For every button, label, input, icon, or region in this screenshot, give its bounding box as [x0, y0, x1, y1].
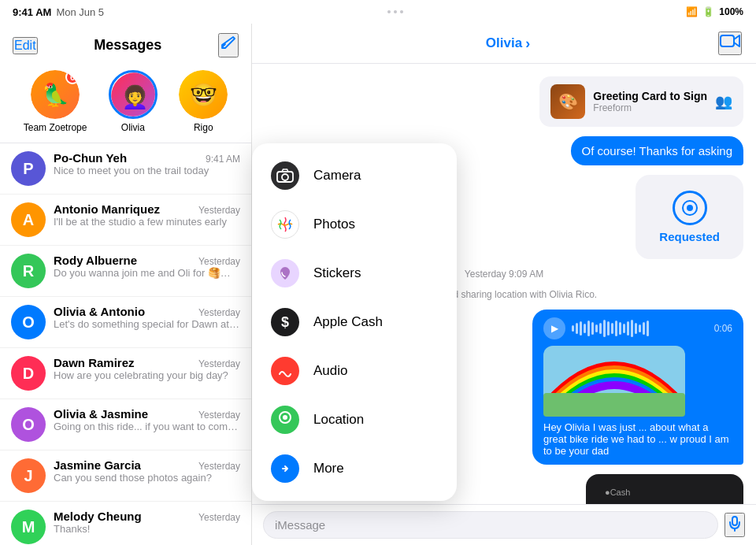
input-placeholder: iMessage [275, 518, 325, 532]
message-list-item[interactable]: A Antonio Manriquez Yesterday I'll be at… [0, 195, 251, 246]
apple-cash-logo: ●Cash [605, 487, 630, 498]
status-bar-left: 9:41 AM Mon Jun 5 [13, 6, 104, 18]
message-list-item[interactable]: J Jasmine Garcia Yesterday Can you send … [0, 450, 251, 502]
sidebar-header: Edit Messages [0, 24, 251, 64]
msg-time: Yesterday [198, 256, 240, 267]
pinned-item-rigo[interactable]: 🤓 Rigo [179, 70, 228, 133]
svg-point-16 [277, 217, 293, 232]
status-bar: 9:41 AM Mon Jun 5 📶 🔋 100% [0, 0, 756, 24]
greeting-card-subtitle: Freeform [593, 102, 707, 113]
compose-button[interactable] [218, 33, 239, 57]
msg-name: Melody Cheung [54, 510, 142, 523]
app-picker-photos[interactable]: Photos [252, 200, 457, 249]
msg-preview: Do you wanna join me and Oli for 🥞🐻 brea… [54, 267, 240, 279]
msg-preview: Can you send those photos again? [54, 472, 240, 484]
message-list-item[interactable]: O Olivia & Antonio Yesterday Let's do so… [0, 297, 251, 348]
edit-button[interactable]: Edit [13, 37, 38, 54]
msg-name: Antonio Manriquez [54, 202, 160, 216]
input-bar: iMessage [252, 504, 756, 545]
msg-avatar: R [11, 254, 46, 288]
msg-time: Yesterday [198, 461, 240, 472]
badge-team-zoetrope: 6 [65, 70, 80, 84]
audio-icon [271, 357, 299, 385]
svg-rect-5 [543, 393, 685, 417]
audio-label: Audio [313, 363, 347, 379]
requested-label: Requested [659, 230, 720, 243]
chat-title[interactable]: Olivia › [486, 35, 530, 52]
message-list-item[interactable]: R Rody Albuerne Yesterday Do you wanna j… [0, 246, 251, 297]
message-list-item[interactable]: P Po-Chun Yeh 9:41 AM Nice to meet you o… [0, 143, 251, 195]
msg-name: Dawn Ramirez [54, 356, 135, 369]
audio-rainbow-bubble: ▶ [532, 310, 743, 465]
more-icon [271, 454, 299, 483]
location-icon [271, 406, 299, 434]
requested-card: Requested [636, 175, 743, 259]
stickers-icon [271, 259, 299, 287]
message-list: P Po-Chun Yeh 9:41 AM Nice to meet you o… [0, 143, 251, 545]
sidebar-title: Messages [94, 37, 161, 54]
msg-avatar: M [11, 510, 46, 544]
wifi-icon: 📶 [686, 6, 698, 17]
svg-point-2 [687, 205, 693, 211]
msg-time: Yesterday [198, 410, 240, 421]
avatar-olivia: 👩‍🦱 [109, 70, 158, 119]
chat-panel: Olivia › 🎨 Greeting Card to Sign Freefor… [252, 24, 756, 545]
photos-icon [271, 210, 299, 239]
sent-bubble: Of course! Thanks for asking [571, 136, 743, 165]
pinned-item-olivia[interactable]: 👩‍🦱 Olivia [109, 70, 158, 133]
msg-preview: Let's do something special for Dawn at t… [54, 318, 240, 330]
message-list-item[interactable]: D Dawn Ramirez Yesterday How are you cel… [0, 348, 251, 399]
camera-label: Camera [313, 168, 361, 184]
svg-point-18 [283, 415, 287, 420]
msg-avatar: O [11, 305, 46, 339]
msg-preview: I'll be at the studio a few minutes earl… [54, 216, 240, 228]
msg-preview: Thanks! [54, 523, 240, 535]
greeting-card-thumbnail: 🎨 [550, 84, 585, 119]
requested-icon [673, 191, 707, 225]
avatar-team-zoetrope: 🦜 6 [31, 70, 80, 119]
app-picker-apple-cash[interactable]: $ Apple Cash [252, 298, 457, 347]
msg-time: Yesterday [198, 205, 240, 216]
main-layout: Edit Messages 🦜 6 Team Zoetrope [0, 24, 756, 545]
message-list-item[interactable]: M Melody Cheung Yesterday Thanks! [0, 502, 251, 545]
app-picker-overlay: Camera Photos [252, 143, 457, 501]
audio-record-button[interactable] [724, 513, 745, 537]
facetime-button[interactable] [718, 32, 742, 55]
apple-cash-icon: $ [271, 308, 299, 336]
message-list-item[interactable]: O Olivia & Jasmine Yesterday Going on th… [0, 399, 251, 450]
msg-avatar: J [11, 458, 46, 493]
audio-message-text: Hey Olivia I was just ... about what a g… [543, 421, 732, 457]
svg-rect-0 [721, 35, 734, 46]
svg-rect-12 [732, 517, 737, 525]
audio-play-button[interactable]: ▶ [543, 317, 565, 339]
location-label: Location [313, 412, 364, 428]
more-label: More [313, 461, 344, 476]
avatar-rigo: 🤓 [179, 70, 228, 119]
msg-name: Jasmine Garcia [54, 458, 141, 472]
msg-name: Po-Chun Yeh [54, 151, 127, 165]
chat-header: Olivia › [252, 24, 756, 64]
rainbow-image [543, 346, 685, 417]
msg-time: Yesterday [198, 307, 240, 318]
camera-icon [271, 161, 299, 190]
chevron-icon: › [525, 35, 530, 52]
stickers-label: Stickers [313, 265, 361, 281]
status-day: Mon Jun 5 [56, 6, 104, 18]
pinned-contacts-row: 🦜 6 Team Zoetrope 👩‍🦱 Olivia 🤓 [0, 64, 251, 143]
app-picker-camera[interactable]: Camera [252, 151, 457, 200]
chat-contact-name: Olivia [486, 35, 522, 51]
msg-preview: Going on this ride... if you want to com… [54, 421, 240, 432]
battery-level: 100% [719, 6, 743, 17]
apple-cash-label: Apple Cash [313, 314, 383, 330]
message-input[interactable]: iMessage [263, 511, 718, 539]
app-picker-location[interactable]: Location [252, 395, 457, 444]
msg-avatar: O [11, 407, 46, 442]
app-picker-audio[interactable]: Audio [252, 347, 457, 395]
pinned-item-team-zoetrope[interactable]: 🦜 6 Team Zoetrope [24, 70, 87, 133]
status-time: 9:41 AM [13, 6, 51, 18]
greeting-card-message: 🎨 Greeting Card to Sign Freeform 👥 [539, 76, 743, 127]
pinned-label-rigo: Rigo [194, 122, 213, 133]
msg-name: Olivia & Jasmine [54, 407, 148, 421]
app-picker-stickers[interactable]: Stickers [252, 249, 457, 298]
app-picker-more[interactable]: More [252, 444, 457, 493]
